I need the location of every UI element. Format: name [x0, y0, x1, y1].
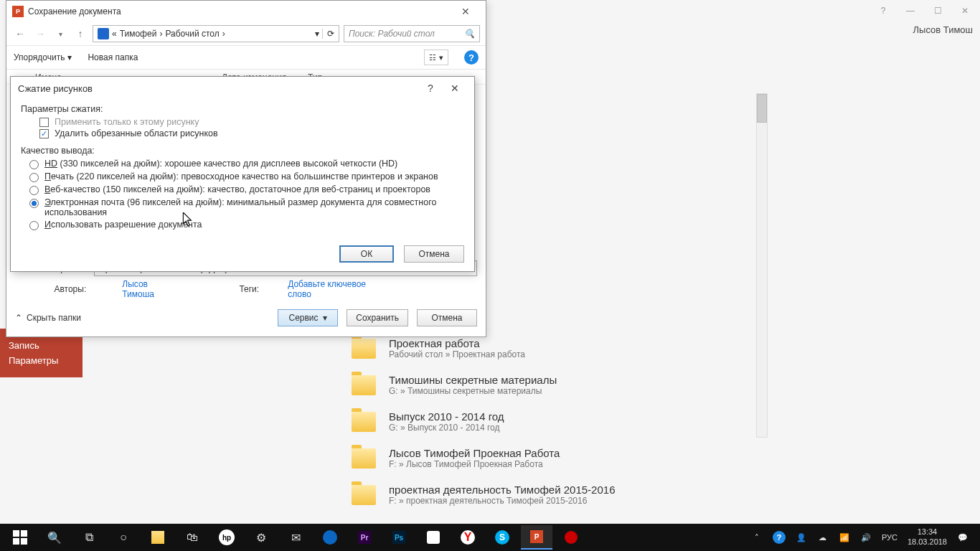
- radio-print[interactable]: Печать (220 пикселей на дюйм): превосход…: [29, 171, 464, 182]
- store-icon[interactable]: 🛍: [176, 525, 208, 550]
- folder-icon: [352, 485, 376, 505]
- save-button[interactable]: Сохранить: [347, 309, 408, 326]
- photoshop-icon[interactable]: Ps: [383, 525, 415, 550]
- compress-pictures-dialog: Сжатие рисунков ? ✕ Параметры сжатия: Пр…: [10, 76, 475, 272]
- svg-rect-2: [13, 538, 19, 545]
- ok-button[interactable]: ОК: [339, 245, 394, 263]
- radio-web[interactable]: Веб-качество (150 пикселей на дюйм): кач…: [29, 184, 464, 195]
- tray-help-icon[interactable]: ?: [773, 531, 786, 544]
- breadcrumb[interactable]: Тимофей: [120, 29, 157, 39]
- checkbox-delete-cropped[interactable]: ✓ Удалить обрезанные области рисунков: [39, 128, 464, 138]
- svg-rect-1: [21, 530, 27, 537]
- search-icon: 🔍: [464, 29, 475, 39]
- svg-rect-3: [21, 538, 27, 545]
- folder-icon: [352, 448, 376, 468]
- list-item[interactable]: Выпуск 2010 - 2014 годG: » Выпуск 2010 -…: [323, 405, 765, 441]
- maximize-icon[interactable]: ☐: [933, 6, 943, 16]
- tray-chevron-up-icon[interactable]: ˄: [751, 532, 763, 543]
- address-bar[interactable]: « Тимофей› Рабочий стол› ▾ ⟳: [93, 25, 339, 42]
- skype-icon[interactable]: S: [486, 525, 518, 550]
- tags-label: Теги:: [239, 284, 259, 294]
- hide-folders-link[interactable]: Скрыть папки: [27, 313, 81, 323]
- mail-icon[interactable]: ✉: [280, 525, 311, 550]
- checkbox-apply-only[interactable]: Применить только к этому рисунку: [39, 117, 464, 127]
- refresh-icon[interactable]: ⟳: [322, 29, 334, 39]
- checkbox-icon: ✓: [39, 129, 49, 138]
- folder-icon: [352, 412, 376, 432]
- list-item[interactable]: Лысов Тимофей Проекная РаботаF: » Лысов …: [323, 441, 765, 478]
- search-icon[interactable]: 🔍: [39, 525, 70, 550]
- tools-button[interactable]: Сервис ▾: [278, 309, 338, 326]
- explorer-icon[interactable]: [142, 525, 174, 550]
- radio-email[interactable]: Электронная почта (96 пикселей на дюйм):…: [29, 197, 464, 217]
- dialog-close-button[interactable]: ✕: [443, 83, 467, 94]
- radio-icon: [29, 199, 39, 208]
- svg-rect-0: [13, 530, 19, 537]
- tray-onedrive-icon[interactable]: ☁: [817, 532, 829, 543]
- tray-network-icon[interactable]: 📶: [839, 532, 850, 543]
- system-tray: ˄ ? 👤 ☁ 📶 🔊 РУС 13:34 18.03.2018 💬: [751, 527, 976, 547]
- dialog-title: Сохранение документа: [28, 6, 121, 17]
- app-icon[interactable]: [418, 525, 449, 550]
- radio-icon: [29, 221, 39, 230]
- taskbar: 🔍 ⧉ ○ 🛍 hp ⚙ ✉ Pr Ps Y S P ˄ ? 👤 ☁ 📶 🔊 Р…: [0, 524, 980, 551]
- help-button[interactable]: ?: [464, 50, 479, 65]
- close-button[interactable]: ✕: [451, 6, 480, 17]
- view-options-button[interactable]: ☷ ▾: [424, 50, 448, 65]
- tray-notifications-icon[interactable]: 💬: [957, 532, 969, 543]
- help-icon[interactable]: ?: [878, 6, 888, 16]
- nav-up-icon[interactable]: ↑: [72, 28, 88, 39]
- tray-clock[interactable]: 13:34 18.03.2018: [908, 527, 947, 547]
- breadcrumb[interactable]: Рабочий стол: [165, 29, 219, 39]
- tray-people-icon[interactable]: 👤: [796, 532, 807, 543]
- cursor-icon: [182, 212, 194, 229]
- sidebar-item-record[interactable]: Запись: [9, 340, 74, 351]
- sidebar-item-options[interactable]: Параметры: [9, 355, 74, 366]
- radio-icon: [29, 186, 39, 195]
- hp-icon[interactable]: hp: [211, 525, 242, 550]
- radio-hd[interactable]: HD (330 пикселей на дюйм): хорошее качес…: [29, 159, 464, 169]
- edge-icon[interactable]: [314, 525, 346, 550]
- radio-document-resolution[interactable]: Использовать разрешение документа: [29, 220, 464, 230]
- search-input[interactable]: Поиск: Рабочий стол 🔍: [344, 25, 480, 42]
- chevron-down-icon: ▾: [67, 52, 72, 62]
- output-quality-label: Качество вывода:: [21, 146, 464, 156]
- premiere-icon[interactable]: Pr: [349, 525, 380, 550]
- tray-language[interactable]: РУС: [882, 533, 897, 542]
- list-item[interactable]: Тимошины секретные материалыG: » Тимошин…: [323, 368, 765, 405]
- powerpoint-icon[interactable]: P: [521, 525, 552, 550]
- folder-icon: [352, 339, 376, 359]
- search-placeholder: Поиск: Рабочий стол: [349, 29, 435, 39]
- authors-value[interactable]: Лысов Тимоша: [122, 279, 182, 299]
- scrollbar-thumb[interactable]: [757, 94, 767, 123]
- list-item[interactable]: проектная деятельность Тимофей 2015-2016…: [323, 478, 765, 508]
- app-icon: P: [12, 6, 24, 17]
- nav-recent-icon[interactable]: ▾: [52, 30, 68, 38]
- chevron-up-icon[interactable]: ⌃: [15, 313, 22, 323]
- yandex-icon[interactable]: Y: [452, 525, 484, 550]
- folder-icon: [352, 375, 376, 395]
- organize-button[interactable]: Упорядочить ▾: [14, 52, 72, 62]
- signed-in-user[interactable]: Лысов Тимош: [913, 24, 974, 35]
- dialog-title: Сжатие рисунков: [18, 83, 93, 94]
- close-icon[interactable]: ✕: [960, 6, 970, 16]
- scrollbar[interactable]: [756, 93, 768, 438]
- dropdown-icon[interactable]: ▾: [315, 29, 319, 39]
- radio-icon: [29, 173, 39, 182]
- minimize-icon[interactable]: —: [905, 6, 915, 16]
- tray-volume-icon[interactable]: 🔊: [860, 532, 872, 543]
- checkbox-icon: [39, 118, 49, 127]
- cortana-icon[interactable]: ○: [108, 525, 139, 550]
- start-button[interactable]: [4, 525, 36, 550]
- nav-forward-icon[interactable]: →: [32, 28, 48, 39]
- dialog-help-button[interactable]: ?: [418, 83, 443, 94]
- tags-value[interactable]: Добавьте ключевое слово: [288, 279, 391, 299]
- task-view-icon[interactable]: ⧉: [73, 525, 105, 550]
- recorder-icon[interactable]: [555, 525, 587, 550]
- authors-label: Авторы:: [15, 284, 93, 294]
- cancel-button[interactable]: Отмена: [417, 309, 477, 326]
- nav-back-icon[interactable]: ←: [12, 28, 28, 39]
- new-folder-button[interactable]: Новая папка: [88, 52, 138, 62]
- cancel-button[interactable]: Отмена: [404, 245, 464, 263]
- settings-icon[interactable]: ⚙: [245, 525, 277, 550]
